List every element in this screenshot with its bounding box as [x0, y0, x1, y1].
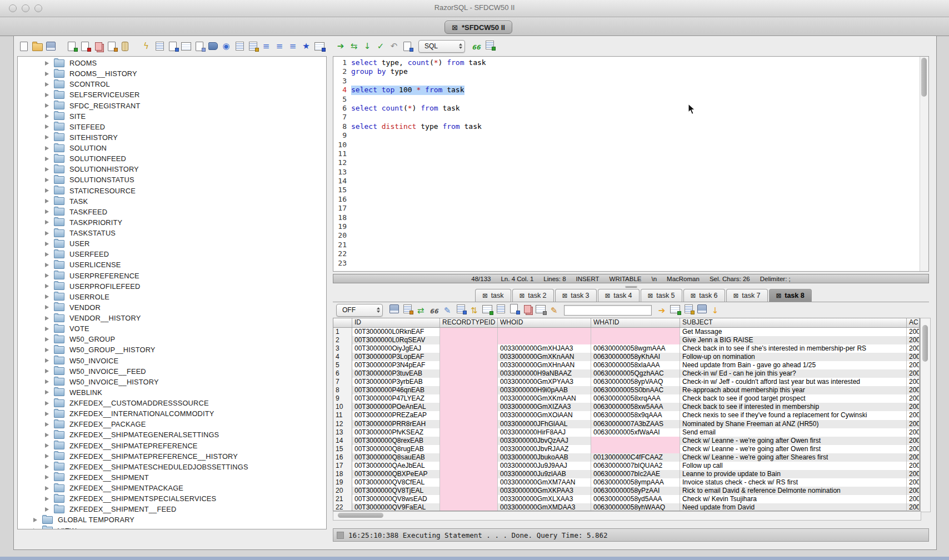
column-header-rownum[interactable]: [333, 318, 352, 327]
sidebar-item-task[interactable]: TASK: [18, 196, 326, 207]
file-search-icon[interactable]: [167, 40, 179, 52]
expand-arrow-icon[interactable]: [45, 199, 49, 203]
close-document-icon[interactable]: ⊠: [452, 24, 458, 31]
statement-type-select[interactable]: SQL: [418, 40, 465, 53]
sidebar-item-zkfedex-customaddresssource[interactable]: ZKFEDEX__CUSTOMADDRESSSOURCE: [18, 398, 326, 408]
sidebar-item-solutionfeed[interactable]: SOLUTIONFEED: [18, 153, 326, 164]
expand-arrow-icon[interactable]: [45, 316, 49, 321]
export-insert-icon[interactable]: [106, 40, 118, 52]
compass-icon[interactable]: ◉: [220, 40, 232, 52]
sidebar-item-rooms-history[interactable]: ROOMS__HISTORY: [18, 68, 326, 79]
expand-arrow-icon[interactable]: [45, 390, 49, 394]
expand-arrow-icon[interactable]: [45, 252, 49, 257]
expand-arrow-icon[interactable]: [45, 135, 49, 139]
describe-hand-icon[interactable]: [247, 40, 259, 52]
highlight-pen-icon[interactable]: ✎: [548, 305, 560, 317]
sidebar-item-zkfedex-shipment-feed[interactable]: ZKFEDEX__SHIPMENT__FEED: [18, 504, 326, 514]
expand-arrow-icon[interactable]: [45, 242, 49, 246]
sidebar-item-w50-invoice[interactable]: W50_INVOICE: [18, 356, 326, 366]
sidebar-item-selfserviceuser[interactable]: SELFSERVICEUSER: [18, 89, 326, 100]
download-arrow-icon[interactable]: ↓: [709, 305, 721, 317]
sidebar-item-solution[interactable]: SOLUTION: [18, 143, 326, 153]
sidebar-item-taskstatus[interactable]: TASKSTATUS: [18, 228, 326, 238]
table-row[interactable]: 900T3000000P47LYEAZ0033000000GmXKmAAN006…: [333, 394, 920, 403]
copy-results-icon[interactable]: [521, 303, 533, 316]
table-row[interactable]: 1200T3000000PRR8rEAH0033000000JFhGlAAL00…: [333, 420, 920, 428]
notes-add-icon[interactable]: [682, 303, 695, 315]
sql-editor[interactable]: 1select type, count(*) from task2group b…: [333, 56, 929, 272]
sidebar-item-zkfedex-shipmentspecialservices[interactable]: ZKFEDEX__SHIPMENTSPECIALSERVICES: [18, 493, 326, 504]
sidebar-item-global-temporary[interactable]: GLOBAL TEMPORARY: [18, 514, 326, 525]
expand-arrow-icon[interactable]: [45, 369, 49, 373]
expand-arrow-icon[interactable]: [45, 72, 49, 76]
sidebar-item-w50-invoice-feed[interactable]: W50_INVOICE__FEED: [18, 366, 326, 377]
table-row[interactable]: 1100T3000000PREZaEAP0033000000GmXOiAAN00…: [333, 411, 920, 419]
sidebar-item-zkfedex-shipmategeneralsettings[interactable]: ZKFEDEX__SHIPMATEGENERALSETTINGS: [18, 429, 326, 440]
expand-arrow-icon[interactable]: [45, 124, 49, 129]
expand-arrow-icon[interactable]: [45, 464, 49, 469]
expand-arrow-icon[interactable]: [45, 337, 49, 342]
expand-arrow-icon[interactable]: [33, 528, 37, 529]
sidebar-item-taskpriority[interactable]: TASKPRIORITY: [18, 217, 326, 228]
close-tab-icon[interactable]: ⊠: [648, 292, 653, 299]
expand-arrow-icon[interactable]: [45, 358, 49, 363]
column-header-WHOID[interactable]: WHOID: [498, 318, 591, 327]
format-sql-icon[interactable]: ≡: [287, 40, 299, 52]
sidebar-item-userrole[interactable]: USERROLE: [18, 292, 326, 302]
go-arrow-icon[interactable]: ➔: [656, 305, 668, 317]
sidebar-item-zkfedex-package[interactable]: ZKFEDEX__PACKAGE: [18, 419, 326, 429]
table-row[interactable]: 1800T3000000QBXPeEAP0033000000Ju9zlAAB00…: [333, 470, 920, 478]
align-left-icon[interactable]: ≡: [260, 40, 272, 52]
align-right-icon[interactable]: ≡: [273, 40, 286, 52]
table-row[interactable]: 200T3000000L0RqSEAVGive Jenn a BIG RAISE…: [333, 336, 920, 344]
table-copy-icon[interactable]: [535, 303, 547, 316]
table-row[interactable]: 2100T3000000QV8wsEAD0033000000GmXLXAA300…: [333, 495, 920, 503]
autocommit-select[interactable]: OFF: [336, 304, 383, 317]
fetch-down-icon[interactable]: ↓: [361, 40, 373, 52]
copy-table-icon[interactable]: [92, 40, 104, 52]
quotes-66-icon[interactable]: 66: [470, 41, 482, 53]
result-tab-task[interactable]: ⊠task: [475, 289, 511, 302]
new-file-icon[interactable]: [18, 40, 30, 52]
sidebar-item-userprofilefeed[interactable]: USERPROFILEFEED: [18, 281, 326, 292]
expand-arrow-icon[interactable]: [45, 167, 49, 172]
expand-arrow-icon[interactable]: [45, 157, 49, 161]
expand-arrow-icon[interactable]: [45, 379, 49, 384]
close-tab-icon[interactable]: ⊠: [562, 292, 568, 299]
table-row[interactable]: 1500T3000000Q8rugEAB0033000000JbvRJAAZCh…: [333, 445, 920, 453]
sidebar-item-zkfedex-shipment[interactable]: ZKFEDEX__SHIPMENT: [18, 472, 326, 483]
sidebar-item-zkfedex-shipmentpackage[interactable]: ZKFEDEX__SHIPMENTPACKAGE: [18, 483, 326, 493]
export-data-icon[interactable]: [79, 40, 91, 52]
edit-document-icon[interactable]: [193, 40, 206, 52]
sidebar-item-zkfedex-internationalcommodity[interactable]: ZKFEDEX__INTERNATIONALCOMMODITY: [18, 408, 326, 419]
expand-arrow-icon[interactable]: [45, 454, 49, 458]
table-row[interactable]: 600T3000000P3tuvEAB0033000000H9aNBAAZ006…: [333, 369, 920, 378]
sidebar-item-sitehistory[interactable]: SITEHISTORY: [18, 132, 326, 143]
column-header-WHATID[interactable]: WHATID: [591, 318, 680, 327]
favorites-star-icon[interactable]: ★: [300, 40, 312, 52]
save-file-icon[interactable]: [44, 40, 57, 52]
scrollbar-thumb[interactable]: [921, 58, 927, 97]
expand-arrow-icon[interactable]: [45, 263, 49, 267]
table-row[interactable]: 500T3000000P3N4pEAF0033000000GmXHnAAN006…: [333, 361, 920, 369]
sidebar-item-userpreference[interactable]: USERPREFERENCE: [18, 271, 326, 281]
results-vertical-scrollbar[interactable]: [920, 318, 931, 512]
scrollbar-thumb[interactable]: [922, 325, 928, 362]
table-refresh-icon[interactable]: [481, 303, 493, 316]
document-tab[interactable]: ⊠ *SFDCW50 II: [444, 21, 512, 34]
list-view-icon[interactable]: [495, 303, 507, 315]
close-tab-icon[interactable]: ⊠: [482, 292, 488, 299]
edit-cell-icon[interactable]: ✎: [441, 305, 453, 317]
sidebar-item-sitefeed[interactable]: SITEFEED: [18, 122, 326, 132]
expand-arrow-icon[interactable]: [45, 146, 49, 151]
expand-arrow-icon[interactable]: [45, 422, 49, 427]
sidebar-item-zkfedex-shipmatepreference-history[interactable]: ZKFEDEX__SHIPMATEPREFERENCE__HISTORY: [18, 451, 326, 462]
expand-arrow-icon[interactable]: [45, 433, 49, 437]
open-file-icon[interactable]: [31, 40, 43, 52]
sidebar-item-rooms[interactable]: ROOMS: [18, 58, 326, 68]
expand-arrow-icon[interactable]: [45, 231, 49, 236]
sidebar-item-w50-group[interactable]: W50_GROUP: [18, 334, 326, 344]
sidebar-item-taskfeed[interactable]: TASKFEED: [18, 207, 326, 217]
sidebar-item-weblink[interactable]: WEBLINK: [18, 387, 326, 398]
help-book-icon[interactable]: [207, 40, 219, 52]
